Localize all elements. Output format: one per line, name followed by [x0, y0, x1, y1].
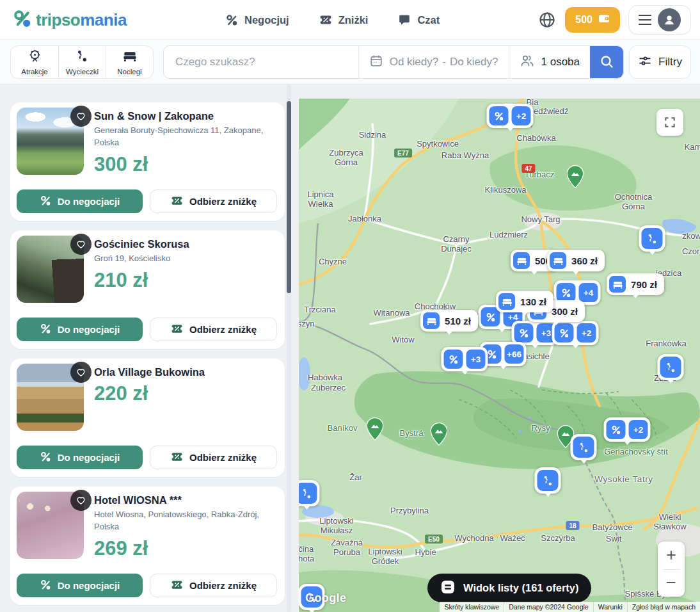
negotiate-label: Do negocjacji [58, 196, 120, 207]
attribution-link[interactable]: Zgłoś błąd w mapach [627, 602, 700, 612]
map-cluster-marker[interactable]: +2 [487, 104, 534, 128]
route-icon [537, 470, 559, 491]
favorite-button[interactable] [70, 490, 91, 511]
category-attractions[interactable]: Atrakcje [11, 46, 58, 78]
percent-icon [225, 13, 239, 27]
map-place-label: Baníkov [328, 424, 358, 433]
zoom-out-button[interactable]: − [658, 570, 685, 597]
map-place-label: Chabówka [516, 134, 555, 143]
map-trip-marker[interactable] [639, 225, 665, 252]
listing-photo [17, 364, 84, 431]
negotiate-label: Do negocjacji [58, 324, 120, 335]
cluster-count: +66 [505, 344, 524, 364]
map-price-marker[interactable]: 360 zł [547, 250, 605, 271]
ferris-wheel-icon [28, 49, 42, 66]
listings-list: Sun & Snow | Zakopane Generała Boruty-Sp… [10, 102, 285, 605]
ticket-icon [319, 13, 333, 27]
peak-marker[interactable] [429, 422, 449, 449]
ticket-icon [170, 194, 184, 209]
negotiate-button[interactable]: Do negocjacji [17, 446, 143, 469]
discount-button[interactable]: Odbierz zniżkę [150, 189, 277, 213]
filters-label: Filtry [658, 56, 682, 68]
people-icon [520, 53, 535, 71]
negotiate-button[interactable]: Do negocjacji [17, 574, 143, 597]
negotiate-label: Do negocjacji [58, 580, 120, 591]
filters-button[interactable]: Filtry [629, 45, 691, 79]
listing-card[interactable]: Gościniec Skorusa Groń 19, Kościelisko 2… [10, 230, 285, 349]
map-cluster-marker[interactable]: +3 [441, 347, 488, 371]
discount-button[interactable]: Odbierz zniżkę [150, 446, 277, 469]
map[interactable]: BiaNiedźwiedźRabka-ZdrójSidzinaChabówkaS… [299, 99, 700, 612]
attribution-link[interactable]: Skróty klawiszowe [440, 602, 504, 612]
nav-negotiate[interactable]: Negocjuj [225, 13, 289, 27]
app-window: tripsomania Negocjuj Zniżki Czat [0, 0, 700, 612]
nav-discounts[interactable]: Zniżki [319, 13, 369, 27]
map-place-label: Wychodna [454, 534, 493, 544]
listing-name: Gościniec Skorusa [94, 238, 277, 250]
avatar [658, 8, 681, 31]
language-globe-button[interactable] [537, 10, 557, 29]
calendar-icon [369, 54, 383, 70]
favorite-button[interactable] [70, 362, 91, 383]
road-shield: E77 [394, 149, 412, 157]
listing-card[interactable]: Hotel WIOSNA *** Hotel Wiosna, Poniatows… [10, 487, 285, 605]
attribution-link[interactable]: Dane mapy ©2024 Google [504, 602, 593, 612]
map-attribution: Skróty klawiszoweDane mapy ©2024 GoogleW… [440, 602, 700, 612]
percent-icon [40, 579, 52, 593]
listing-photo [17, 108, 84, 175]
fullscreen-button[interactable] [656, 109, 683, 136]
ticket-icon [170, 450, 184, 465]
date-range-field[interactable]: Od kiedy?-Do kiedy? [358, 46, 509, 78]
listing-actions: Do negocjacji Odbierz zniżkę [17, 574, 277, 597]
map-trip-marker[interactable] [658, 354, 684, 380]
category-stays[interactable]: Noclegi [106, 46, 153, 78]
attribution-link[interactable]: Warunki [593, 602, 627, 612]
date-to: Do kiedy? [450, 56, 498, 68]
cluster-count: +4 [579, 283, 598, 302]
date-separator: - [442, 56, 446, 68]
listing-card[interactable]: Sun & Snow | Zakopane Generała Boruty-Sp… [10, 102, 285, 221]
map-price-marker[interactable]: 790 zł [607, 273, 664, 295]
discount-button[interactable]: Odbierz zniżkę [150, 318, 277, 341]
category-tours[interactable]: Wycieczki [58, 46, 106, 78]
sliders-icon [638, 54, 652, 71]
logo[interactable]: tripsomania [12, 8, 127, 31]
map-price-marker[interactable]: 130 zł [496, 291, 553, 312]
list-view-button[interactable]: Widok listy (161 oferty) [427, 574, 591, 602]
map-trip-marker[interactable] [571, 434, 597, 460]
ticket-icon [170, 578, 184, 593]
nav-chat[interactable]: Czat [397, 13, 440, 27]
favorite-button[interactable] [70, 106, 91, 127]
map-place-label: Lipnica Wielka [307, 190, 333, 209]
favorite-button[interactable] [70, 234, 91, 255]
map-cluster-marker[interactable]: +2 [604, 417, 651, 442]
list-view-label: Widok listy (161 oferty) [463, 582, 578, 594]
map-place-label: Rysy [532, 424, 550, 433]
scrollbar-thumb[interactable] [287, 101, 291, 293]
peak-marker[interactable] [365, 417, 385, 444]
listing-price: 210 zł [94, 269, 277, 292]
menu-account-button[interactable] [628, 5, 691, 35]
map-trip-marker[interactable] [299, 480, 320, 506]
listing-info: Sun & Snow | Zakopane Generała Boruty-Sp… [94, 109, 277, 176]
bed-icon [550, 252, 566, 269]
negotiate-button[interactable]: Do negocjacji [17, 189, 143, 213]
discount-button[interactable]: Odbierz zniżkę [150, 574, 277, 597]
guests-value: 1 osoba [541, 56, 580, 68]
discount-label: Odbierz zniżkę [189, 196, 257, 207]
guests-field[interactable]: 1 osoba [509, 46, 591, 78]
zoom-in-button[interactable]: + [658, 542, 685, 569]
marker-price: 790 zł [631, 279, 657, 290]
peak-marker[interactable] [566, 165, 585, 191]
search-button[interactable] [590, 46, 623, 78]
listing-name: Sun & Snow | Zakopane [94, 110, 277, 122]
listing-card[interactable]: Orla Village Bukowina 220 zł Do negocjac… [10, 358, 285, 477]
map-place-label: Bystrá [400, 429, 424, 439]
negotiate-button[interactable]: Do negocjacji [17, 318, 143, 341]
points-badge[interactable]: 500 [565, 7, 620, 33]
map-price-marker[interactable]: 510 zł [420, 310, 478, 332]
map-place-label: Witanowa [373, 309, 410, 318]
map-trip-marker[interactable] [535, 467, 561, 494]
map-place-label: Žar [349, 473, 362, 483]
search-input[interactable] [164, 46, 358, 78]
